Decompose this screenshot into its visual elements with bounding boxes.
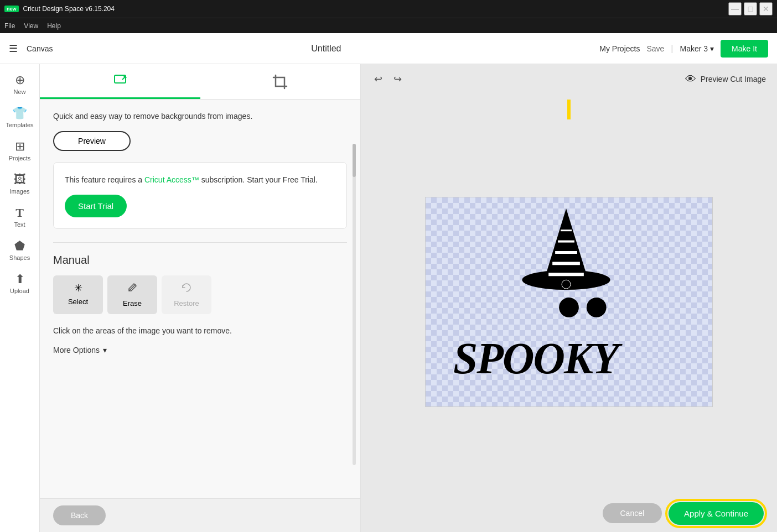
canvas-label: Canvas bbox=[27, 44, 53, 53]
header-divider: | bbox=[671, 44, 673, 54]
make-it-button[interactable]: Make It bbox=[721, 40, 768, 58]
canvas-wrapper: SPOOKY bbox=[361, 94, 777, 510]
sidebar-item-projects[interactable]: ⊞ Projects bbox=[2, 135, 38, 166]
sidebar: ⊕ New 👕 Templates ⊞ Projects 🖼 Images T … bbox=[0, 64, 40, 532]
yellow-indicator bbox=[567, 100, 571, 119]
projects-icon: ⊞ bbox=[15, 139, 25, 154]
sidebar-item-templates-label: Templates bbox=[6, 122, 33, 128]
panel-tab-crop[interactable] bbox=[200, 64, 361, 99]
redo-button[interactable]: ↪ bbox=[391, 71, 404, 87]
spooky-content: SPOOKY bbox=[426, 197, 712, 406]
cricut-access-link[interactable]: Cricut Access™ bbox=[144, 175, 199, 184]
restore-tool-button[interactable]: Restore bbox=[162, 275, 211, 314]
preview-button[interactable]: Preview bbox=[53, 131, 131, 151]
restore-tool-icon bbox=[181, 282, 192, 296]
text-icon: T bbox=[15, 206, 24, 220]
menu-view[interactable]: View bbox=[24, 22, 38, 30]
manual-section-title: Manual bbox=[53, 254, 347, 267]
manual-tools: ✳ Select Erase Restore bbox=[53, 275, 347, 314]
app-title: Cricut Design Space v6.15.204 bbox=[23, 5, 115, 13]
chevron-down-icon: ▾ bbox=[103, 346, 107, 354]
sidebar-item-upload[interactable]: ⬆ Upload bbox=[2, 268, 38, 299]
menu-bar: File View Help bbox=[0, 18, 777, 33]
svg-point-4 bbox=[587, 298, 607, 317]
chevron-down-icon: ▾ bbox=[710, 44, 714, 53]
erase-tool-button[interactable]: Erase bbox=[107, 275, 157, 314]
images-icon: 🖼 bbox=[14, 173, 26, 187]
title-bar-left: new Cricut Design Space v6.15.204 bbox=[4, 5, 115, 13]
crop-tab-icon bbox=[272, 74, 288, 90]
panel-content: Quick and easy way to remove backgrounds… bbox=[40, 100, 360, 498]
spooky-svg: SPOOKY bbox=[426, 197, 712, 406]
sidebar-item-images[interactable]: 🖼 Images bbox=[2, 168, 38, 199]
sidebar-item-images-label: Images bbox=[9, 188, 29, 195]
title-bar: new Cricut Design Space v6.15.204 — □ ✕ bbox=[0, 0, 777, 18]
sidebar-item-new-label: New bbox=[13, 88, 25, 95]
edit-tab-icon bbox=[112, 73, 128, 88]
canvas-area: ↩ ↪ 👁 Preview Cut Image bbox=[361, 64, 777, 532]
templates-icon: 👕 bbox=[12, 106, 27, 121]
panel-tab-edit[interactable] bbox=[40, 64, 200, 99]
close-button[interactable]: ✕ bbox=[759, 2, 773, 15]
apply-continue-button[interactable]: Apply & Continue bbox=[669, 502, 764, 525]
menu-file[interactable]: File bbox=[4, 22, 15, 30]
hamburger-menu-icon[interactable]: ☰ bbox=[9, 43, 18, 55]
sidebar-item-upload-label: Upload bbox=[10, 288, 29, 294]
svg-point-2 bbox=[562, 280, 571, 289]
scrollbar[interactable] bbox=[353, 144, 356, 465]
more-options-section[interactable]: More Options ▾ bbox=[53, 346, 347, 354]
save-button[interactable]: Save bbox=[646, 44, 664, 53]
subscription-description: This feature requires a Cricut Access™ s… bbox=[65, 174, 335, 186]
upload-icon: ⬆ bbox=[15, 272, 25, 286]
start-trial-button[interactable]: Start Trial bbox=[65, 195, 127, 217]
svg-text:SPOOKY: SPOOKY bbox=[453, 334, 623, 383]
sidebar-item-shapes[interactable]: ⬟ Shapes bbox=[2, 234, 38, 265]
panel-tabs bbox=[40, 64, 360, 100]
document-title: Untitled bbox=[61, 44, 590, 54]
select-tool-button[interactable]: ✳ Select bbox=[53, 275, 103, 314]
machine-selector[interactable]: Maker 3 ▾ bbox=[680, 44, 714, 53]
cancel-button[interactable]: Cancel bbox=[603, 503, 662, 523]
footer-bar: Cancel Apply & Continue bbox=[361, 494, 777, 532]
my-projects-link[interactable]: My Projects bbox=[599, 44, 640, 53]
undo-button[interactable]: ↩ bbox=[372, 71, 385, 87]
instruction-text: Click on the areas of the image you want… bbox=[53, 325, 347, 337]
eye-icon: 👁 bbox=[685, 73, 696, 86]
minimize-button[interactable]: — bbox=[728, 2, 742, 15]
header-right: My Projects Save | Maker 3 ▾ Make It bbox=[599, 40, 768, 58]
sidebar-item-shapes-label: Shapes bbox=[9, 254, 30, 261]
shapes-icon: ⬟ bbox=[14, 239, 25, 253]
edit-panel: Quick and easy way to remove backgrounds… bbox=[40, 64, 361, 532]
canvas-image[interactable]: SPOOKY bbox=[425, 197, 713, 407]
svg-point-3 bbox=[559, 298, 579, 317]
preview-cut-label: Preview Cut Image bbox=[701, 75, 766, 84]
sidebar-item-projects-label: Projects bbox=[9, 155, 31, 161]
scroll-thumb bbox=[353, 144, 356, 177]
back-button[interactable]: Back bbox=[53, 505, 106, 525]
subscription-box: This feature requires a Cricut Access™ s… bbox=[53, 162, 347, 229]
app-logo: new bbox=[4, 6, 19, 12]
maximize-button[interactable]: □ bbox=[744, 2, 757, 15]
menu-help[interactable]: Help bbox=[47, 22, 61, 30]
sidebar-item-new[interactable]: ⊕ New bbox=[2, 69, 38, 100]
panel-description: Quick and easy way to remove backgrounds… bbox=[53, 111, 347, 122]
panel-bottom: Back bbox=[40, 498, 360, 532]
sidebar-item-text[interactable]: T Text bbox=[2, 201, 38, 232]
title-bar-controls: — □ ✕ bbox=[728, 2, 773, 15]
select-tool-icon: ✳ bbox=[74, 282, 82, 294]
machine-name: Maker 3 bbox=[680, 44, 708, 53]
main-layout: ⊕ New 👕 Templates ⊞ Projects 🖼 Images T … bbox=[0, 64, 777, 532]
preview-cut-section[interactable]: 👁 Preview Cut Image bbox=[685, 73, 766, 86]
sidebar-item-text-label: Text bbox=[14, 221, 25, 228]
sidebar-item-templates[interactable]: 👕 Templates bbox=[2, 102, 38, 133]
section-divider bbox=[53, 242, 347, 243]
new-icon: ⊕ bbox=[15, 73, 25, 87]
erase-tool-icon bbox=[127, 282, 138, 296]
app-header: ☰ Canvas Untitled My Projects Save | Mak… bbox=[0, 33, 777, 64]
canvas-toolbar: ↩ ↪ 👁 Preview Cut Image bbox=[361, 64, 777, 94]
